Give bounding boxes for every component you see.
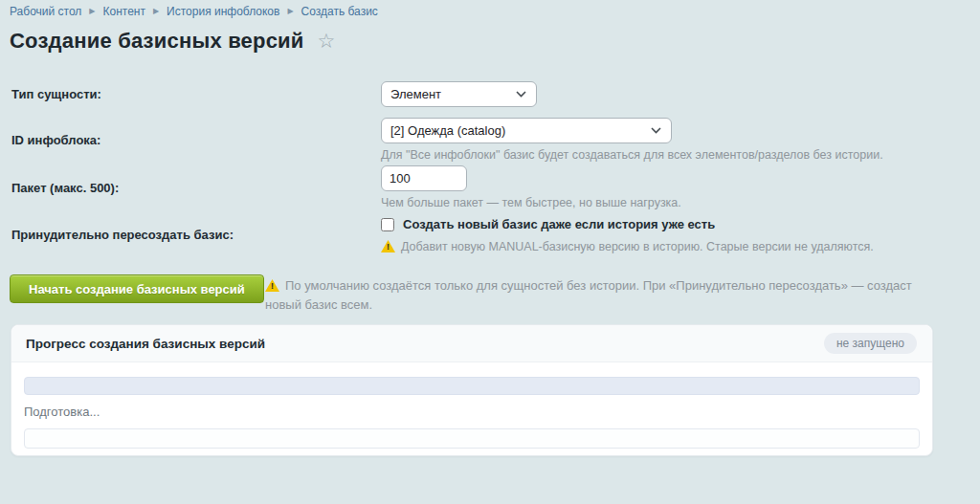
action-warning-text: По умолчанию создаётся только для сущнос… [265,278,912,312]
breadcrumb: Рабочий стол ▶ Контент ▶ История инфобло… [10,5,378,18]
batch-size-label: Пакет (макс. 500): [11,181,119,195]
page-title-row: Создание базисных версий ☆ [10,29,335,54]
chevron-down-icon [516,91,526,98]
batch-size-hint: Чем больше пакет — тем быстрее, но выше … [381,196,681,209]
favorite-star-icon[interactable]: ☆ [318,32,336,51]
warning-triangle-icon [381,240,395,252]
batch-size-input[interactable] [381,165,467,191]
iblock-id-label: ID инфоблока: [11,133,100,147]
entity-type-select[interactable]: Элемент [381,81,537,107]
progress-log-box [24,428,920,449]
force-recreate-warning-text: Добавит новую MANUAL-базисную версию в и… [401,240,874,253]
breadcrumb-item-content[interactable]: Контент [102,5,145,18]
iblock-id-selected-value: [2] Одежда (catalog) [390,123,505,138]
breadcrumb-item-create-basis[interactable]: Создать базис [301,5,378,18]
page: Рабочий стол ▶ Контент ▶ История инфобло… [0,0,980,504]
entity-type-label: Тип сущности: [11,87,101,101]
iblock-id-hint: Для "Все инфоблоки" базис будет создават… [381,148,883,162]
start-basis-creation-button[interactable]: Начать создание базисных версий [10,274,264,303]
chevron-down-icon [651,127,661,134]
force-recreate-checkbox[interactable] [381,218,394,231]
progress-status-text: Подготовка... [24,405,100,419]
breadcrumb-separator-icon: ▶ [153,6,159,17]
progress-bar [24,377,920,395]
breadcrumb-item-desktop[interactable]: Рабочий стол [10,5,81,18]
progress-card: Прогресс создания базисных версий не зап… [11,324,933,456]
progress-card-body: Подготовка... [11,362,932,456]
progress-card-header: Прогресс создания базисных версий не зап… [11,325,932,362]
page-title: Создание базисных версий [10,29,304,54]
entity-type-selected-value: Элемент [390,87,441,101]
iblock-id-select[interactable]: [2] Одежда (catalog) [381,118,672,143]
force-recreate-warning: Добавит новую MANUAL-базисную версию в и… [381,237,874,254]
force-recreate-label: Принудительно пересоздать базис: [11,228,234,242]
breadcrumb-item-iblock-history[interactable]: История инфоблоков [167,5,279,18]
status-badge: не запущено [824,333,917,354]
action-warning: По умолчанию создаётся только для сущнос… [265,276,950,314]
force-recreate-checkbox-row: Создать новый базис даже если история уж… [381,217,715,231]
warning-triangle-icon [265,279,279,292]
progress-title: Прогресс создания базисных версий [26,337,265,351]
breadcrumb-separator-icon: ▶ [287,6,293,17]
breadcrumb-separator-icon: ▶ [89,6,95,17]
force-recreate-checkbox-label[interactable]: Создать новый базис даже если история уж… [403,217,715,231]
